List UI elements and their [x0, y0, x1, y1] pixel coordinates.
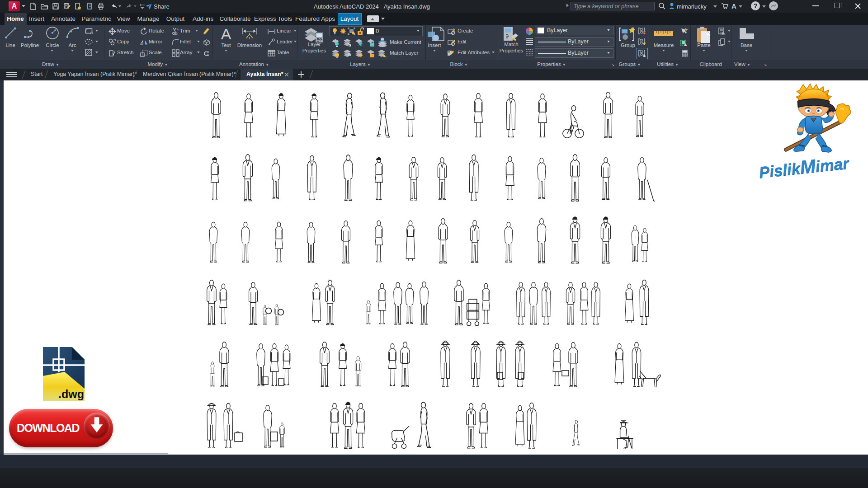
svg-text:.dwg: .dwg	[58, 388, 84, 400]
